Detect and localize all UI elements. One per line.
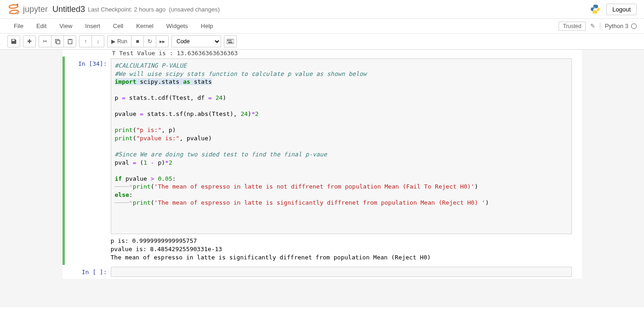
svg-point-0 [9, 4, 18, 8]
jupyter-logo-icon [7, 3, 20, 16]
move-up-button[interactable]: ↑ [79, 35, 92, 47]
code-input[interactable] [111, 267, 572, 277]
menu-kernel[interactable]: Kernel [130, 20, 160, 32]
menu-file[interactable]: File [7, 20, 30, 32]
interrupt-button[interactable]: ■ [131, 35, 144, 47]
command-palette-button[interactable] [224, 35, 237, 47]
logout-button[interactable]: Logout [606, 4, 637, 15]
move-down-button[interactable]: ↓ [91, 35, 104, 47]
toolbar: ✚ ✂ ↑ ↓ ▶Run ■ ↻ ▸▸ Code [0, 34, 644, 50]
restart-run-all-button[interactable]: ▸▸ [156, 35, 169, 47]
cut-button[interactable]: ✂ [39, 35, 51, 47]
restart-button[interactable]: ↻ [143, 35, 156, 47]
svg-rect-11 [229, 40, 230, 41]
python-icon [590, 4, 601, 15]
code-cell[interactable]: In [34]: #CALCULATING P-VALUE #We will u… [63, 57, 582, 265]
input-prompt: In [ ]: [65, 267, 111, 277]
menubar: File Edit View Insert Cell Kernel Widget… [0, 19, 644, 34]
svg-point-1 [10, 10, 19, 14]
add-cell-button[interactable]: ✚ [23, 35, 36, 47]
notebook-container: T Test Value is : 13.63636363636363 In [… [0, 50, 644, 307]
header: jupyter Untitled3 Last Checkpoint: 2 hou… [0, 0, 644, 19]
svg-rect-13 [228, 42, 233, 43]
kernel-indicator[interactable]: Python 3 [600, 23, 637, 29]
jupyter-logo-text: jupyter [23, 5, 48, 14]
save-button[interactable] [7, 35, 20, 47]
paste-button[interactable] [63, 35, 76, 47]
jupyter-logo[interactable]: jupyter [7, 3, 48, 16]
checkpoint-text: Last Checkpoint: 2 hours ago (unsaved ch… [88, 6, 220, 13]
edit-icon[interactable]: ✎ [590, 23, 595, 29]
trusted-badge[interactable]: Trusted [559, 22, 585, 31]
code-cell-empty[interactable]: In [ ]: [63, 265, 582, 279]
cell-output: p is: 0.9999999999995757 pvalue is: 8.48… [111, 234, 572, 263]
svg-rect-6 [57, 40, 60, 44]
input-prompt: In [34]: [65, 58, 111, 263]
menu-help[interactable]: Help [194, 20, 220, 32]
cell-type-select[interactable]: Code [171, 35, 221, 47]
copy-button[interactable] [51, 35, 64, 47]
kernel-status-icon [631, 23, 637, 29]
svg-rect-8 [69, 39, 70, 40]
run-button[interactable]: ▶Run [107, 35, 131, 47]
menu-widgets[interactable]: Widgets [160, 20, 194, 32]
code-input[interactable]: #CALCULATING P-VALUE #We will uise scipy… [111, 58, 572, 234]
notebook-title[interactable]: Untitled3 [52, 5, 85, 14]
svg-point-2 [17, 4, 18, 5]
menu-edit[interactable]: Edit [30, 20, 53, 32]
svg-point-4 [17, 13, 18, 14]
notebook: T Test Value is : 13.63636363636363 In [… [63, 50, 582, 279]
svg-point-3 [9, 12, 11, 14]
menu-view[interactable]: View [53, 20, 79, 32]
prev-cell-output: T Test Value is : 13.63636363636363 [63, 50, 582, 57]
svg-rect-10 [228, 40, 228, 41]
svg-rect-12 [230, 40, 231, 41]
menu-insert[interactable]: Insert [79, 20, 107, 32]
svg-rect-9 [227, 39, 234, 44]
menu-cell[interactable]: Cell [107, 20, 130, 32]
